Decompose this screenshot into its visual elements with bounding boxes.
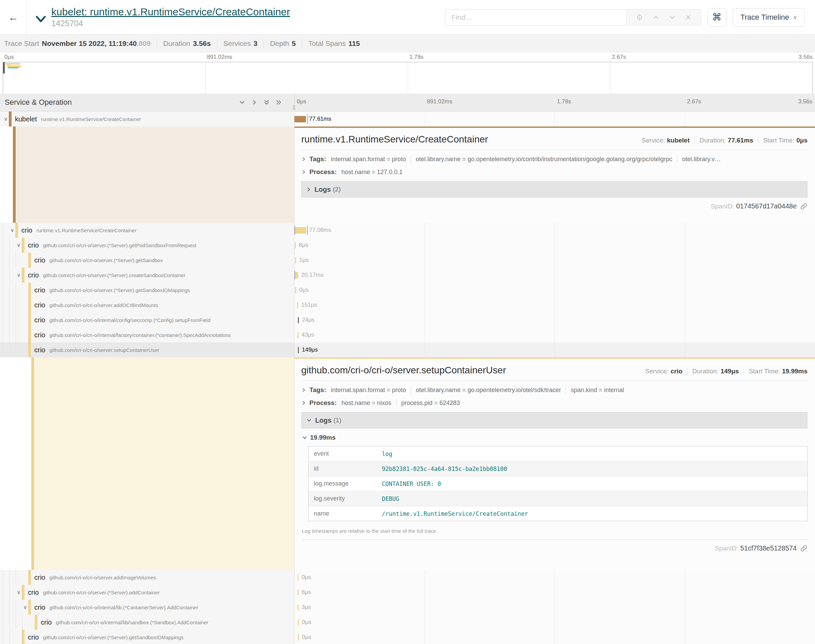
span-timeline-cell[interactable]: 20.17ms (294, 268, 815, 282)
span-duration-bar[interactable] (298, 634, 299, 641)
span-timeline-cell[interactable]: 149μs (294, 342, 815, 357)
span-row[interactable]: criogithub.com/cri-o/cri-o/server.(*Serv… (0, 282, 815, 297)
span-name-cell[interactable]: criogithub.com/cri-o/cri-o/server.(*Serv… (0, 253, 294, 268)
span-duration-bar[interactable] (297, 302, 298, 308)
span-name-cell[interactable]: criogithub.com/cri-o/cri-o/server.(*Serv… (0, 630, 294, 644)
collapse-span-chevron-icon[interactable]: ∨ (22, 604, 28, 610)
span-name-cell[interactable]: criogithub.com/cri-o/cri-o/server.addIma… (0, 570, 294, 585)
span-name-cell[interactable]: criogithub.com/cri-o/cri-o/internal/conf… (0, 313, 294, 327)
span-rows-group2: ∨crioruntime.v1.RuntimeService/CreateCon… (0, 223, 815, 357)
log-entry-toggle[interactable]: 19.99ms (302, 434, 807, 442)
span-name-cell[interactable]: criogithub.com/cri-o/cri-o/server.addOCI… (0, 297, 294, 313)
expand-one-chevron-right-icon[interactable] (251, 99, 258, 106)
logs-accordion[interactable]: Logs (2) (301, 181, 807, 198)
trace-view-selector[interactable]: Trace Timeline ∨ (733, 8, 805, 26)
span-name-cell[interactable]: criogithub.com/cri-o/cri-o/internal/lib/… (0, 615, 294, 630)
span-timeline-cell[interactable]: 77.08ms (294, 223, 815, 238)
find-input[interactable] (445, 9, 626, 26)
span-timeline-cell[interactable]: 24μs (294, 313, 815, 327)
locate-icon[interactable] (636, 14, 643, 21)
tags-accordion[interactable]: Tags: internal.span.format = protootel.l… (301, 386, 807, 394)
span-row[interactable]: ∨criogithub.com/cri-o/cri-o/server.(*Ser… (0, 268, 815, 282)
minimap-gridline (408, 62, 408, 94)
minimap-canvas[interactable] (3, 62, 813, 94)
span-name-cell[interactable]: criogithub.com/cri-o/cri-o/server.setupC… (0, 342, 294, 357)
next-result-chevron-down-icon[interactable] (668, 14, 676, 21)
span-row[interactable]: criogithub.com/cri-o/cri-o/internal/fact… (0, 327, 815, 342)
service-operation-header: Service & Operation (0, 94, 295, 111)
span-timeline-cell[interactable]: 43μs (294, 327, 815, 342)
process-accordion[interactable]: Process: host.name = 127.0.0.1 (301, 168, 807, 176)
tree-indent-guide (9, 282, 15, 297)
logs-accordion-expanded[interactable]: Logs (1) (301, 412, 807, 428)
span-duration-bar[interactable] (298, 317, 299, 324)
collapse-span-chevron-icon[interactable]: ∨ (9, 227, 15, 233)
trace-title-link[interactable]: kubelet: runtime.v1.RuntimeService/Creat… (51, 6, 290, 18)
tag-item: host.name = nixos (342, 400, 391, 407)
span-duration-bar[interactable] (294, 116, 306, 123)
tree-indent-guide (15, 615, 22, 630)
span-row[interactable]: criogithub.com/cri-o/cri-o/internal/conf… (0, 313, 815, 327)
span-row[interactable]: criogithub.com/cri-o/cri-o/server.addOCI… (0, 297, 815, 313)
span-timeline-cell[interactable]: 8μs (294, 238, 815, 253)
span-row[interactable]: ∨criogithub.com/cri-o/cri-o/server.(*Ser… (0, 585, 815, 600)
clear-search-close-icon[interactable] (685, 14, 692, 21)
copy-link-icon[interactable] (800, 202, 807, 210)
expand-all-double-chevron-right-icon[interactable] (276, 99, 282, 106)
span-duration-bar[interactable] (297, 589, 299, 596)
span-timeline-cell[interactable]: 6μs (294, 585, 815, 600)
span-timeline-cell[interactable]: 151μs (294, 297, 815, 313)
span-timeline-cell[interactable]: 1μs (294, 253, 815, 268)
span-name-cell[interactable]: ∨criogithub.com/cri-o/cri-o/server.(*Ser… (0, 238, 294, 253)
span-timeline-cell[interactable]: 0μs (294, 570, 815, 585)
back-button[interactable]: ← (0, 0, 27, 34)
span-name-cell[interactable]: criogithub.com/cri-o/cri-o/internal/fact… (0, 327, 294, 342)
collapse-trace-chevron-icon[interactable] (35, 14, 47, 25)
span-timeline-cell[interactable]: 3μs (294, 600, 815, 615)
prev-result-chevron-up-icon[interactable] (652, 14, 660, 21)
span-row[interactable]: criogithub.com/cri-o/cri-o/server.setupC… (0, 342, 815, 357)
span-timeline-cell[interactable]: 0μs (294, 615, 815, 630)
span-timeline-cell[interactable]: 0μs (294, 630, 815, 644)
collapse-span-chevron-icon[interactable]: ∨ (15, 272, 22, 278)
span-duration-bar[interactable] (295, 242, 296, 248)
span-row[interactable]: criogithub.com/cri-o/cri-o/server.(*Serv… (0, 253, 815, 268)
collapse-span-chevron-icon[interactable]: ∨ (3, 116, 9, 122)
tags-accordion[interactable]: Tags: internal.span.format = protootel.l… (301, 155, 807, 163)
collapse-span-chevron-icon[interactable]: ∨ (15, 242, 22, 248)
operation-name: runtime.v1.RuntimeService/CreateContaine… (41, 116, 141, 122)
process-accordion[interactable]: Process: host.name = nixosprocess.pid = … (301, 399, 807, 407)
span-name-cell[interactable]: ∨criogithub.com/cri-o/cri-o/internal/lib… (0, 600, 294, 615)
span-duration-bar[interactable] (298, 619, 299, 626)
span-timeline-cell[interactable]: 0μs (294, 282, 815, 297)
span-row[interactable]: criogithub.com/cri-o/cri-o/server.(*Serv… (0, 630, 815, 644)
keyboard-shortcuts-button[interactable]: ⌘ (708, 8, 726, 26)
span-name-cell[interactable]: ∨crioruntime.v1.RuntimeService/CreateCon… (0, 223, 294, 238)
span-row[interactable]: criogithub.com/cri-o/cri-o/server.addIma… (0, 570, 815, 585)
collapse-span-chevron-icon[interactable]: ∨ (15, 589, 22, 595)
span-name-cell[interactable]: ∨kubeletruntime.v1.RuntimeService/Create… (0, 112, 294, 126)
copy-link-icon[interactable] (800, 545, 807, 552)
span-name-cell[interactable]: criogithub.com/cri-o/cri-o/server.(*Serv… (0, 282, 294, 297)
span-duration-bar[interactable] (295, 227, 306, 234)
span-duration-bar[interactable] (297, 604, 299, 611)
span-duration-bar[interactable] (295, 272, 298, 279)
tree-indent-guide (3, 327, 9, 342)
span-name-cell[interactable]: ∨criogithub.com/cri-o/cri-o/server.(*Ser… (0, 585, 294, 600)
collapse-one-chevron-down-icon[interactable] (239, 99, 245, 106)
span-timeline-cell[interactable]: 77.61ms (294, 112, 815, 126)
span-row[interactable]: ∨kubeletruntime.v1.RuntimeService/Create… (0, 112, 815, 126)
span-duration-bar[interactable] (298, 347, 299, 353)
span-duration-bar[interactable] (295, 287, 296, 293)
span-row[interactable]: ∨criogithub.com/cri-o/cri-o/internal/lib… (0, 600, 815, 615)
span-boundary-tick (307, 115, 308, 124)
span-duration-bar[interactable] (297, 332, 299, 338)
span-row[interactable]: criogithub.com/cri-o/cri-o/internal/lib/… (0, 615, 815, 630)
span-duration-bar[interactable] (297, 574, 299, 581)
span-row[interactable]: ∨crioruntime.v1.RuntimeService/CreateCon… (0, 223, 815, 238)
span-row[interactable]: ∨criogithub.com/cri-o/cri-o/server.(*Ser… (0, 238, 815, 253)
span-duration-bar[interactable] (295, 257, 296, 264)
span-name-cell[interactable]: ∨criogithub.com/cri-o/cri-o/server.(*Ser… (0, 268, 294, 282)
tick-label: 1.78s (555, 98, 571, 105)
collapse-all-double-chevron-down-icon[interactable] (263, 99, 270, 106)
